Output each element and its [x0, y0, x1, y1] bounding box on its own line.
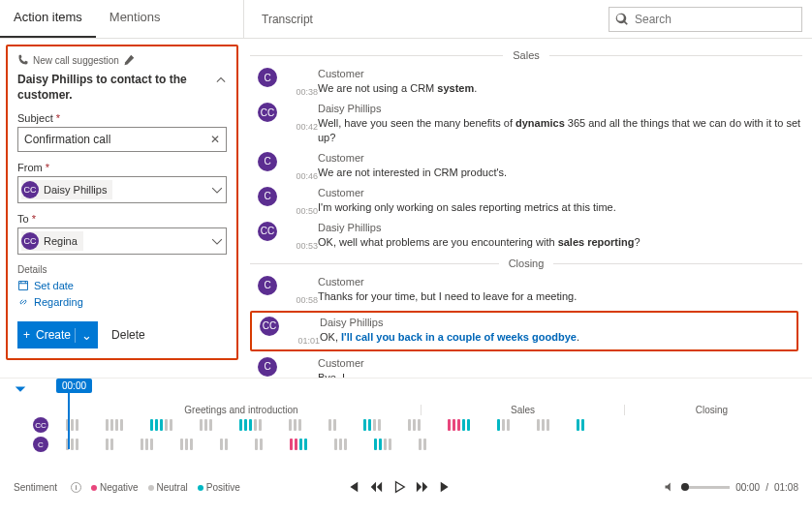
- chevron-up-icon[interactable]: [215, 74, 227, 85]
- details-label: Details: [17, 264, 227, 275]
- speaker-name: Customer: [318, 68, 802, 79]
- from-label: From: [17, 162, 43, 173]
- tabs: Action items Mentions: [0, 0, 244, 38]
- tab-action-items[interactable]: Action items: [0, 0, 96, 38]
- timestamp: 00:46: [285, 152, 318, 181]
- timeline-row: C: [33, 435, 798, 454]
- timestamp: 01:01: [287, 317, 320, 346]
- avatar: C: [258, 68, 277, 87]
- time-total: 01:08: [774, 482, 798, 493]
- from-input[interactable]: CCDaisy Phillips: [17, 176, 227, 203]
- timestamp: 00:58: [285, 276, 318, 305]
- speaker-name: Customer: [318, 152, 802, 164]
- time-current: 00:00: [735, 482, 760, 493]
- speaker-name: Daisy Phillips: [320, 317, 793, 328]
- message-text: I'm working only working on sales report…: [318, 200, 802, 215]
- phone-icon: [17, 54, 29, 66]
- avatar: CC: [21, 181, 39, 198]
- rewind-icon[interactable]: [369, 480, 383, 494]
- section-sales: Sales: [503, 49, 549, 61]
- avatar: CC: [258, 103, 277, 122]
- avatar: C: [33, 437, 48, 452]
- chevron-down-icon: [14, 382, 27, 396]
- collapse-toggle[interactable]: [14, 382, 43, 399]
- timestamp: 00:50: [285, 187, 318, 216]
- speaker-name: Dasiy Phillips: [318, 222, 802, 233]
- transcript-heading: Transcript: [262, 13, 313, 26]
- transcript-message[interactable]: CC00:42Daisy PhillipsWell, have you seen…: [250, 103, 802, 146]
- timestamp: 01:05: [285, 357, 318, 378]
- timestamp: 00:38: [285, 68, 318, 97]
- message-text: Well, have you seen the many benefits of…: [318, 116, 802, 146]
- suggestion-label: New call suggestion: [33, 55, 119, 66]
- speaker-name: Customer: [318, 187, 802, 198]
- transcript-message[interactable]: C00:50CustomerI'm working only working o…: [250, 187, 802, 216]
- transcript-message[interactable]: CC01:01Daisy PhillipsOK, I'll call you b…: [250, 311, 798, 351]
- chevron-down-icon[interactable]: ⌄: [75, 328, 98, 343]
- action-item-card: New call suggestion Daisy Phillips to co…: [6, 45, 238, 360]
- tab-mentions[interactable]: Mentions: [96, 0, 174, 38]
- message-text: OK, I'll call you back in a couple of we…: [320, 330, 793, 345]
- skip-back-icon[interactable]: [346, 480, 359, 494]
- timestamp: 00:53: [285, 222, 318, 251]
- transcript-message[interactable]: C00:38CustomerWe are not using a CRM sys…: [250, 68, 802, 97]
- volume-slider[interactable]: [681, 486, 730, 489]
- transcript-message[interactable]: C01:05CustomerBye, I.: [250, 357, 802, 378]
- avatar: CC: [258, 222, 277, 241]
- avatar: CC: [260, 317, 279, 336]
- avatar: CC: [21, 232, 39, 250]
- timeline-section-greetings: Greetings and introduction: [62, 405, 421, 415]
- avatar: C: [258, 187, 277, 206]
- volume-icon[interactable]: [664, 481, 675, 493]
- avatar: C: [258, 152, 277, 171]
- to-input[interactable]: CCRegina: [17, 227, 227, 255]
- create-button[interactable]: + Create ⌄: [17, 321, 98, 348]
- search-input[interactable]: [629, 13, 801, 26]
- play-icon[interactable]: [392, 480, 406, 494]
- chevron-down-icon[interactable]: [211, 184, 223, 196]
- set-date-link[interactable]: Set date: [17, 280, 227, 291]
- avatar: CC: [33, 417, 48, 433]
- message-text: OK, well what problems are you encounter…: [318, 235, 802, 250]
- avatar: C: [258, 357, 277, 377]
- clear-icon[interactable]: ✕: [210, 133, 220, 146]
- message-text: We are not interested in CRM product's.: [318, 166, 802, 180]
- forward-icon[interactable]: [416, 480, 429, 494]
- timeline: 00:00 Greetings and introduction Sales C…: [0, 378, 812, 470]
- message-text: Bye, I.: [318, 371, 802, 378]
- info-icon[interactable]: i: [71, 482, 81, 493]
- player-controls: [346, 480, 453, 494]
- message-text: Thanks for your time, but I need to leav…: [318, 289, 802, 304]
- speaker-name: Daisy Phillips: [318, 103, 802, 114]
- avatar: C: [258, 276, 277, 295]
- subject-input[interactable]: Confirmation call ✕: [17, 127, 227, 152]
- timeline-section-closing: Closing: [624, 405, 798, 415]
- plus-icon: +: [17, 328, 36, 342]
- sentiment-legend: Sentimenti Negative Neutral Positive: [14, 482, 240, 493]
- subject-label: Subject: [17, 112, 53, 124]
- section-closing: Closing: [499, 258, 554, 269]
- chevron-down-icon[interactable]: [211, 235, 223, 247]
- playhead-marker[interactable]: 00:00: [56, 379, 92, 449]
- link-icon: [17, 296, 29, 308]
- speaker-name: Customer: [318, 276, 802, 288]
- message-text: We are not using a CRM system.: [318, 81, 802, 96]
- search-input-wrap[interactable]: [609, 7, 802, 32]
- transcript-message[interactable]: C00:46CustomerWe are not interested in C…: [250, 152, 802, 181]
- search-icon: [615, 13, 629, 26]
- transcript-message[interactable]: C00:58CustomerThanks for your time, but …: [250, 276, 802, 305]
- to-label: To: [17, 213, 29, 225]
- pencil-icon[interactable]: [123, 54, 135, 66]
- delete-button[interactable]: Delete: [111, 328, 145, 342]
- transcript-panel: Sales C00:38CustomerWe are not using a C…: [244, 39, 812, 378]
- speaker-name: Customer: [318, 357, 802, 369]
- transcript-message[interactable]: CC00:53Dasiy PhillipsOK, well what probl…: [250, 222, 802, 251]
- timeline-row: CC: [33, 415, 798, 435]
- skip-forward-icon[interactable]: [439, 480, 453, 494]
- calendar-icon: [17, 280, 29, 291]
- regarding-link[interactable]: Regarding: [17, 296, 227, 308]
- timestamp: 00:42: [285, 103, 318, 146]
- timeline-section-sales: Sales: [421, 405, 624, 415]
- task-title: Daisy Phillips to contact to the custome…: [17, 72, 215, 103]
